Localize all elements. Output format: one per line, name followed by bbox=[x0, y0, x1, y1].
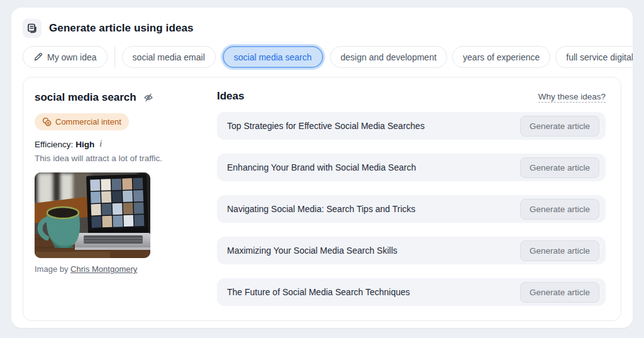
ideas-section: Ideas Why these ideas? Top Strategies fo… bbox=[216, 77, 621, 320]
generate-article-button[interactable]: Generate article bbox=[520, 240, 599, 261]
idea-row-title: Enhancing Your Brand with Social Media S… bbox=[227, 162, 416, 172]
eye-off-icon[interactable] bbox=[143, 92, 154, 103]
coins-icon bbox=[42, 117, 52, 127]
ideas-title: Ideas bbox=[217, 90, 244, 103]
idea-details: social media search bbox=[23, 77, 216, 320]
card-header: Generate article using ideas bbox=[23, 19, 621, 38]
info-icon[interactable]: i bbox=[99, 139, 102, 149]
idea-row: Navigating Social Media: Search Tips and… bbox=[217, 195, 606, 223]
article-icon bbox=[23, 19, 42, 38]
efficiency-value: High bbox=[75, 140, 94, 149]
idea-chips-row: My own idea social media email social me… bbox=[23, 46, 621, 68]
image-credit-link[interactable]: Chris Montgomery bbox=[70, 264, 137, 274]
chip-label: social media email bbox=[133, 52, 205, 62]
efficiency-label: Efficiency: bbox=[35, 140, 73, 149]
idea-row: The Future of Social Media Search Techni… bbox=[217, 278, 606, 306]
idea-image bbox=[35, 172, 150, 258]
chip-social-media-search[interactable]: social media search bbox=[223, 46, 323, 68]
idea-row-title: Maximizing Your Social Media Search Skil… bbox=[227, 245, 397, 256]
image-caption: Image by Chris Montgomery bbox=[35, 264, 204, 274]
idea-row: Top Strategies for Effective Social Medi… bbox=[217, 112, 606, 140]
pencil-icon bbox=[33, 52, 43, 62]
generate-article-button[interactable]: Generate article bbox=[520, 282, 599, 303]
chip-social-media-email[interactable]: social media email bbox=[122, 46, 216, 68]
generate-article-button[interactable]: Generate article bbox=[520, 157, 599, 178]
idea-panel: social media search bbox=[23, 77, 621, 321]
chip-my-own-idea[interactable]: My own idea bbox=[23, 46, 108, 68]
idea-row: Maximizing Your Social Media Search Skil… bbox=[217, 237, 606, 264]
chip-label: full service digital m... bbox=[566, 52, 633, 62]
generate-article-button[interactable]: Generate article bbox=[520, 116, 599, 137]
generate-article-button[interactable]: Generate article bbox=[520, 199, 599, 220]
intent-badge: Commercial intent bbox=[35, 113, 129, 130]
intent-badge-label: Commercial intent bbox=[55, 117, 121, 127]
image-caption-prefix: Image by bbox=[35, 264, 70, 274]
chip-label: My own idea bbox=[47, 52, 97, 62]
efficiency-description: This idea will attract a lot of traffic. bbox=[35, 154, 204, 163]
chip-full-service-digital[interactable]: full service digital m... bbox=[555, 46, 633, 68]
idea-title: social media search bbox=[35, 91, 136, 104]
chip-design-and-development[interactable]: design and development bbox=[330, 46, 448, 68]
idea-row-title: Top Strategies for Effective Social Medi… bbox=[227, 121, 425, 131]
chip-years-of-experience[interactable]: years of experience bbox=[452, 46, 550, 68]
idea-row: Enhancing Your Brand with Social Media S… bbox=[217, 154, 606, 181]
chip-label: social media search bbox=[234, 52, 312, 62]
idea-row-title: Navigating Social Media: Search Tips and… bbox=[227, 204, 416, 214]
chip-label: years of experience bbox=[463, 52, 540, 62]
efficiency-row: Efficiency: High i bbox=[35, 139, 204, 149]
idea-row-title: The Future of Social Media Search Techni… bbox=[227, 287, 410, 297]
page: { "header": { "title": "Generate article… bbox=[0, 0, 644, 338]
idea-list: Top Strategies for Effective Social Medi… bbox=[217, 112, 606, 306]
chips-divider bbox=[114, 47, 115, 68]
chip-label: design and development bbox=[341, 52, 437, 62]
page-title: Generate article using ideas bbox=[49, 22, 194, 35]
generate-article-card: Generate article using ideas My own idea… bbox=[11, 8, 633, 328]
why-these-ideas-link[interactable]: Why these ideas? bbox=[538, 92, 606, 103]
